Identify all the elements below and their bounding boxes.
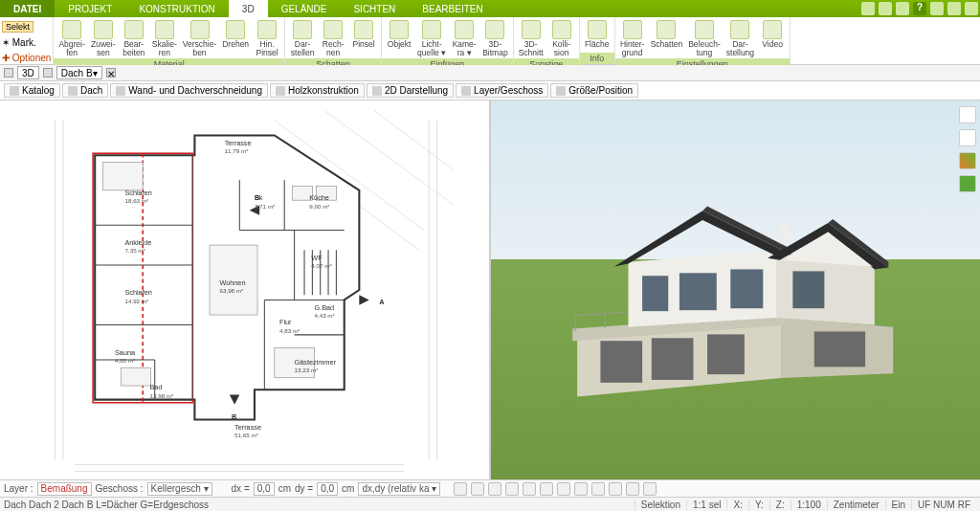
layer-select[interactable]: Bemaßung [37,482,92,496]
status-z: Z: [769,500,791,510]
tool-icon[interactable] [540,482,553,496]
ribbon-button[interactable]: Dar- stellen [287,19,318,58]
selekt-button[interactable]: Selekt [2,21,33,33]
window-min-icon[interactable] [930,2,944,15]
ribbon-button[interactable]: Fläche [582,19,612,50]
tool-icon[interactable] [523,482,536,496]
toolbar-button[interactable]: Dach [62,83,108,98]
window-max-icon[interactable] [947,2,961,15]
window-icon[interactable] [861,2,875,15]
layers-icon[interactable] [959,106,976,123]
ribbon-button[interactable]: Verschie- ben [180,19,219,58]
ribbon-button[interactable]: Video [757,19,788,50]
toolbar-button-icon [10,86,19,96]
svg-rect-30 [103,163,144,190]
menu-sichten[interactable]: SICHTEN [340,0,409,17]
ribbon-button-label: Video [762,40,783,49]
toolbar-button[interactable]: Layer/Geschoss [456,83,548,98]
geschoss-label: Geschoss : [96,483,144,494]
room-name: Flur [279,318,292,326]
menu-3d[interactable]: 3D [229,0,268,17]
menu-konstruktion[interactable]: KONSTRUKTION [125,0,228,17]
ribbon-button[interactable]: Bear- beiten [119,19,149,58]
tool-icon[interactable] [609,482,622,496]
ribbon-button[interactable]: Kame- ra ▾ [449,19,479,58]
ribbon-button[interactable]: Zuwei- sen [88,19,119,58]
tool-icon[interactable] [471,482,484,496]
mark-button[interactable]: ✶ Mark. [2,37,36,48]
close-view-icon[interactable]: ✕ [106,68,116,78]
dx-label: dx = [232,483,250,494]
3d-pane[interactable] [491,100,980,479]
ribbon-button-icon [623,20,642,39]
ribbon-button[interactable]: 3D- Schnitt [516,19,546,58]
ribbon-button[interactable]: Hin. Pinsel [252,19,282,58]
3d-house-model [549,176,921,404]
ribbon-button[interactable]: Rech- nen [318,19,348,58]
roof-select[interactable]: Dach B ▾ [56,66,102,79]
ribbon-button-label: Hin. Pinsel [256,40,278,57]
tree-icon[interactable] [959,175,976,192]
tool-icon[interactable] [574,482,588,496]
ribbon-button[interactable]: Schatten [648,19,686,50]
ribbon-button-icon [155,20,174,39]
ribbon-button[interactable]: Kolli- sion [546,19,577,58]
svg-rect-60 [679,274,717,311]
window-icon[interactable] [896,2,909,15]
window-close-icon[interactable] [965,2,978,15]
floorplan-pane[interactable]: B A B Terrasse11,79 m²Schlafen18,63 m²Sk… [0,100,491,479]
ribbon-button[interactable]: Hinter- grund [617,19,648,58]
tool-icon[interactable] [591,482,605,496]
ribbon-button[interactable]: Licht- quelle ▾ [414,19,449,58]
toolbar-button-label: Dach [80,85,102,96]
optionen-button[interactable]: ✚ Optionen [2,53,51,63]
svg-rect-62 [793,272,825,309]
ribbon-button[interactable]: Pinsel [348,19,379,50]
ribbon-button-icon [657,20,676,39]
ribbon-button[interactable]: Dar- stellung [724,19,757,58]
dy-input[interactable]: 0,0 [317,482,338,496]
ribbon-button-label: Bear- beiten [122,40,145,57]
toolbar-button[interactable]: Holzkonstruktion [270,83,365,98]
ribbon-button[interactable]: Abgrei- fen [56,19,87,58]
tool-icon[interactable] [488,482,501,496]
view-mode-icon[interactable] [4,68,13,78]
ribbon-button[interactable]: Drehen [219,19,252,50]
tool-icon[interactable] [557,482,570,496]
ribbon-group-schatten: Dar- stellenRech- nenPinselSchatten [285,17,382,64]
dx-input[interactable]: 0,0 [254,482,275,496]
view-mode-select[interactable]: 3D [17,66,39,79]
help-icon[interactable]: ? [913,2,926,15]
ribbon-button[interactable]: 3D- Bitmap [479,19,510,58]
tool-icon[interactable] [454,482,467,496]
secondary-toolbar: KatalogDachWand- und DachverschneidungHo… [0,81,980,100]
tool-icon[interactable] [626,482,639,496]
toolbar-button[interactable]: 2D Darstellung [367,83,454,98]
menu-gelaende[interactable]: GELÄNDE [268,0,341,17]
window-icon[interactable] [879,2,892,15]
ribbon-button-label: Dar- stellen [291,40,315,57]
ribbon-button-icon [94,20,113,39]
furniture-icon[interactable] [959,129,976,146]
materials-icon[interactable] [959,152,976,169]
ribbon-button[interactable]: Skalie- ren [149,19,180,58]
menu-file[interactable]: DATEI [0,0,55,17]
tool-icon[interactable] [643,482,657,496]
toolbar-button[interactable]: Größe/Position [550,83,638,98]
menu-projekt[interactable]: PROJEKT [55,0,125,17]
ribbon-button-label: Rech- nen [323,40,345,57]
toolbar-button[interactable]: Katalog [4,83,60,98]
tool-icon[interactable] [505,482,519,496]
geschoss-select[interactable]: Kellergesch ▾ [147,482,212,496]
coord-mode-select[interactable]: dx,dy (relativ ka ▾ [358,482,440,496]
ribbon-button[interactable]: Beleuch- tung [685,19,724,58]
ribbon-button-label: Skalie- ren [152,40,177,57]
menu-bearbeiten[interactable]: BEARBEITEN [409,0,496,17]
ribbon-group-sonstige: 3D- SchnittKolli- sionSonstige [514,17,580,64]
ribbon-button[interactable]: Objekt [384,19,414,50]
ribbon-group-material: Abgrei- fenZuwei- senBear- beitenSkalie-… [54,17,285,64]
toolbar-button[interactable]: Wand- und Dachverschneidung [110,83,268,98]
roof-icon[interactable] [43,68,53,78]
svg-rect-67 [780,223,790,243]
ribbon-group-einstellungen: Hinter- grundSchattenBeleuch- tungDar- s… [615,17,791,64]
